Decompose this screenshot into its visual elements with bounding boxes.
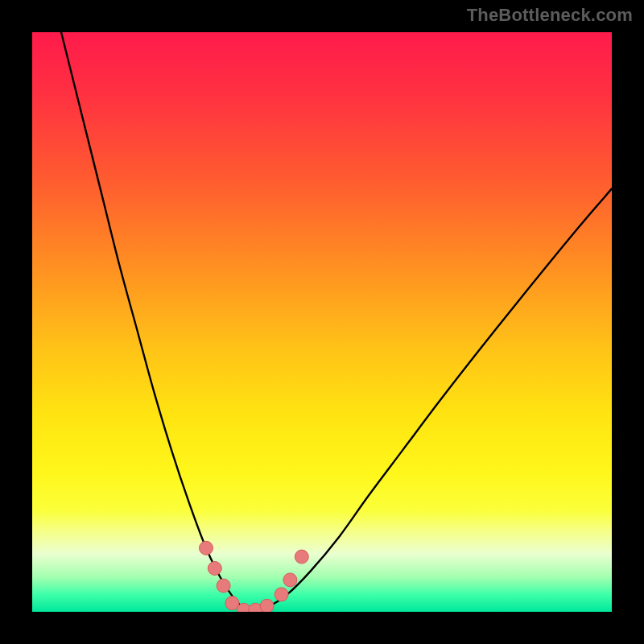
trough-marker [260,599,274,612]
chart-curves [32,32,612,612]
trough-marker [275,588,288,601]
trough-markers-group [200,541,309,612]
plot-area [32,32,612,612]
trough-marker [200,541,213,555]
trough-marker [217,579,230,592]
trough-marker [283,573,297,587]
attribution-text: TheBottleneck.com [467,5,633,26]
trough-marker [295,550,308,564]
left-curve-path [32,32,253,612]
chart-frame: TheBottleneck.com [0,0,644,644]
right-curve-path [253,188,612,612]
trough-marker [208,562,221,576]
